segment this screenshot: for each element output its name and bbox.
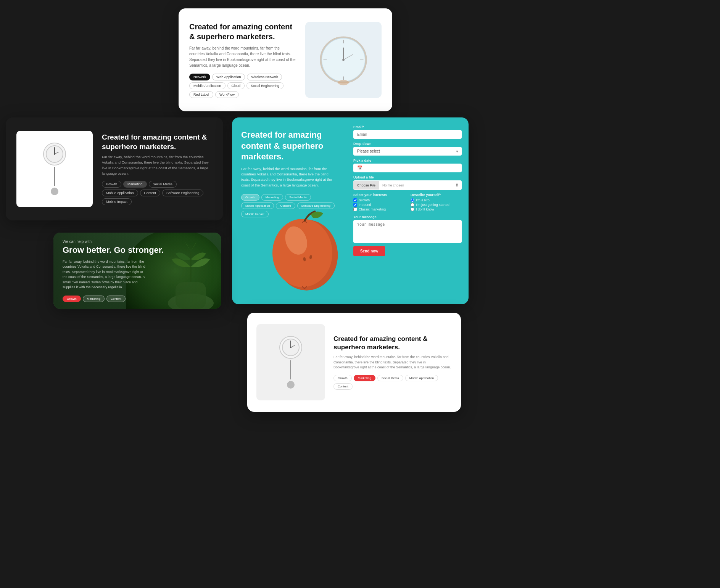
svg-point-9 bbox=[338, 80, 349, 85]
tag-cloud[interactable]: Cloud bbox=[227, 82, 245, 89]
card3-description: Far far away, behind the word mountains,… bbox=[241, 166, 337, 188]
clock-face bbox=[43, 143, 66, 165]
tag-network[interactable]: Network bbox=[189, 74, 210, 80]
tag-content-white[interactable]: Content bbox=[333, 383, 353, 390]
radio-getting-started[interactable] bbox=[411, 203, 414, 207]
checkbox-inbound[interactable] bbox=[353, 203, 357, 207]
tag-software-eng[interactable]: Software Engineering bbox=[162, 190, 203, 196]
describe-dont-know[interactable]: I don't know bbox=[411, 207, 462, 211]
card-teal-form: Created for amazing content & superhero … bbox=[232, 117, 469, 304]
card5-title: Created for amazing content & superhero … bbox=[333, 335, 452, 352]
tag-mobile-impact[interactable]: Mobile Impact bbox=[102, 198, 132, 205]
tag-content[interactable]: Content bbox=[140, 190, 161, 196]
message-label: Your message bbox=[353, 215, 462, 219]
apple-illustration bbox=[263, 205, 346, 304]
send-button[interactable]: Send now bbox=[353, 246, 385, 256]
email-input[interactable] bbox=[353, 130, 462, 139]
tag-growth-white[interactable]: Growth bbox=[333, 375, 352, 381]
describe-getting-started-label: I'm just getting started bbox=[416, 203, 449, 207]
tag-mobile-app[interactable]: Mobile Application bbox=[102, 190, 138, 196]
svg-point-8 bbox=[342, 59, 345, 61]
tag-social-teal[interactable]: Social Media bbox=[285, 194, 311, 201]
describe-dont-know-label: I don't know bbox=[416, 207, 434, 211]
clock-pendulum-stick bbox=[54, 167, 55, 186]
card-white-top: Created for amazing content & superhero … bbox=[179, 8, 392, 111]
form-group-file: Upload a file Choose File No file chosen… bbox=[353, 175, 462, 190]
describe-pro[interactable]: I'm a Pro bbox=[411, 198, 462, 202]
tag-social-white[interactable]: Social Media bbox=[377, 375, 403, 381]
tag-growth-green[interactable]: Growth bbox=[63, 296, 81, 302]
interest-growth[interactable]: Growth bbox=[353, 198, 404, 202]
tag-marketing-white[interactable]: Marketing bbox=[354, 375, 375, 381]
pendulum-clock-2-icon bbox=[279, 336, 302, 389]
interests-column: Select your interests Growth Inbound Cla… bbox=[353, 193, 404, 212]
card1-tags: Network Web Application Wireless Network… bbox=[189, 74, 296, 98]
tag-red-label[interactable]: Red Label bbox=[189, 91, 213, 98]
tag-wireless-network[interactable]: Wireless Network bbox=[247, 74, 282, 80]
clock-pendulum-bob-2 bbox=[287, 381, 295, 389]
card4-description: Far far away, behind the word mountains,… bbox=[63, 259, 147, 290]
tag-mobile-white[interactable]: Mobile Application bbox=[405, 375, 438, 381]
interest-inbound-label: Inbound bbox=[359, 203, 371, 207]
card5-description: Far far away, behind the word mountains,… bbox=[333, 355, 452, 370]
tag-mobile-teal[interactable]: Mobile Application bbox=[241, 202, 274, 209]
dropdown-select[interactable]: Please select Choose chosen bbox=[353, 147, 462, 156]
upload-icon: ⬆ bbox=[452, 180, 462, 190]
describe-label: Describe yourself* bbox=[411, 193, 462, 197]
form-group-message: Your message bbox=[353, 215, 462, 243]
file-label: Upload a file bbox=[353, 175, 462, 179]
tag-marketing[interactable]: Marketing bbox=[123, 181, 147, 188]
card2-text-section: Created for amazing content & superhero … bbox=[102, 133, 213, 205]
describe-pro-label: I'm a Pro bbox=[416, 198, 430, 202]
date-input-wrapper[interactable]: 📅 bbox=[353, 164, 462, 172]
describe-column: Describe yourself* I'm a Pro I'm just ge… bbox=[411, 193, 462, 212]
card2-description: Far far away, behind the word mountains,… bbox=[102, 154, 213, 176]
card-dark-left: Created for amazing content & superhero … bbox=[6, 117, 223, 220]
interests-row: Select your interests Growth Inbound Cla… bbox=[353, 193, 462, 212]
email-label: Email* bbox=[353, 125, 462, 129]
describe-getting-started[interactable]: I'm just getting started bbox=[411, 203, 462, 207]
tag-social-media[interactable]: Social Media bbox=[149, 181, 177, 188]
clock-pendulum-bob bbox=[51, 188, 58, 195]
card4-title: Grow better. Go stronger. bbox=[63, 245, 212, 255]
radio-pro[interactable] bbox=[411, 198, 414, 202]
tag-workflow[interactable]: WorkFlow bbox=[215, 91, 239, 98]
interest-classic[interactable]: Classic marketing bbox=[353, 207, 404, 211]
clock-face-2 bbox=[279, 336, 302, 359]
tag-marketing-green[interactable]: Marketing bbox=[83, 296, 105, 302]
tag-social-engineering[interactable]: Social Engineering bbox=[246, 82, 283, 89]
tag-software-teal[interactable]: Software Engineering bbox=[297, 202, 335, 209]
calendar-icon: 📅 bbox=[357, 165, 362, 170]
tag-growth-teal[interactable]: Growth bbox=[241, 194, 259, 201]
tag-web-application[interactable]: Web Application bbox=[212, 74, 245, 80]
card1-title: Created for amazing content & superhero … bbox=[189, 22, 296, 42]
tag-growth[interactable]: Growth bbox=[102, 181, 121, 188]
interest-inbound[interactable]: Inbound bbox=[353, 203, 404, 207]
dropdown-label: Drop-down bbox=[353, 142, 462, 146]
checkbox-classic[interactable] bbox=[353, 207, 357, 211]
tag-impact-teal[interactable]: Mobile Impact bbox=[241, 211, 269, 217]
card5-text-section: Created for amazing content & superhero … bbox=[333, 335, 452, 390]
file-input-row: Choose File No file chosen ⬆ bbox=[353, 180, 462, 190]
radio-dont-know[interactable] bbox=[411, 207, 414, 211]
checkbox-growth[interactable] bbox=[353, 198, 357, 202]
form-group-date: Pick a date 📅 bbox=[353, 159, 462, 172]
tag-content-teal[interactable]: Content bbox=[276, 202, 295, 209]
card-nature-bottom: We can help with: Grow better. Go strong… bbox=[53, 233, 221, 309]
card3-left-section: Created for amazing content & superhero … bbox=[232, 117, 346, 304]
tag-marketing-teal[interactable]: Marketing bbox=[261, 194, 283, 201]
card1-text-section: Created for amazing content & superhero … bbox=[189, 22, 296, 98]
card3-left-tags: Growth Marketing Social Media Mobile App… bbox=[241, 194, 337, 217]
file-choose-button[interactable]: Choose File bbox=[353, 181, 379, 190]
clock-icon bbox=[317, 33, 370, 87]
pendulum-clock-icon bbox=[43, 143, 66, 195]
card4-content: We can help with: Grow better. Go strong… bbox=[53, 233, 221, 309]
message-textarea[interactable] bbox=[353, 220, 462, 243]
tag-mobile-application[interactable]: Mobile Application bbox=[189, 82, 226, 89]
card1-image bbox=[305, 22, 382, 98]
form-group-dropdown: Drop-down Please select Choose chosen bbox=[353, 142, 462, 156]
tag-content-green[interactable]: Content bbox=[106, 296, 126, 302]
clock-pendulum-stick-2 bbox=[290, 360, 291, 379]
card2-title: Created for amazing content & superhero … bbox=[102, 133, 213, 151]
card-white-bottom: Created for amazing content & superhero … bbox=[247, 313, 461, 412]
